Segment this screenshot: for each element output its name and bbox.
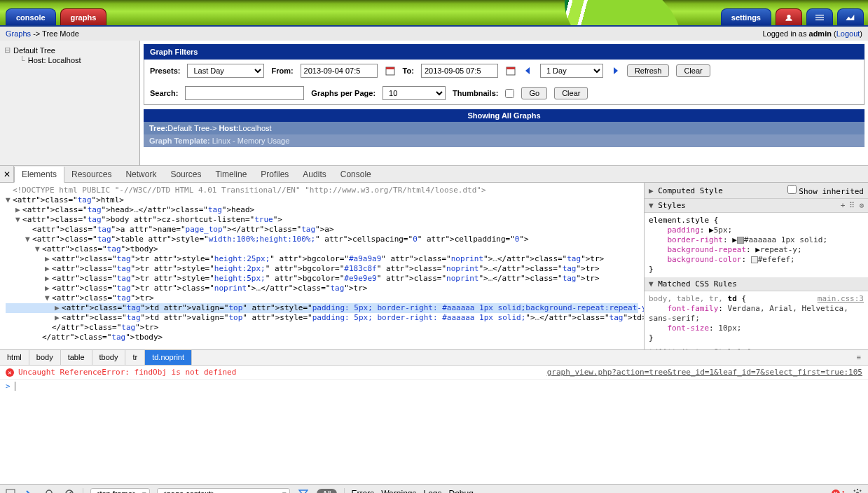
settings-gear-icon[interactable] <box>851 487 864 494</box>
dom-node[interactable]: ▼<attr">class="tag">tr> <box>6 293 638 303</box>
devtools-close-icon[interactable]: ✕ <box>0 166 14 182</box>
css-rule[interactable]: font-family: Verdana, Arial, Helvetica, … <box>649 304 864 324</box>
dom-node[interactable]: ▼<attr">class="tag">html> <box>6 195 638 205</box>
dom-node[interactable]: ▼<attr">class="tag">table attr">style="w… <box>6 235 638 244</box>
search-icon[interactable] <box>43 487 56 494</box>
tree-icon <box>783 13 794 22</box>
show-inherited-text: Show inherited <box>799 187 864 196</box>
view-tree-icon-tab[interactable] <box>776 8 802 25</box>
console-prompt[interactable]: > <box>0 379 868 484</box>
source-link[interactable]: main.css:3 <box>818 294 864 304</box>
clear2-button[interactable]: Clear <box>554 87 588 99</box>
devtools-tab-console[interactable]: Console <box>333 167 378 182</box>
dom-node[interactable]: ▶<attr">class="tag">td attr">valign="top… <box>6 303 638 313</box>
show-inherited-label[interactable]: Show inherited <box>787 185 864 196</box>
tab-settings[interactable]: settings <box>721 8 771 25</box>
tree-host[interactable]: └Host: Localhost <box>4 55 135 65</box>
crumb-tr[interactable]: tr <box>125 350 145 365</box>
styles-header[interactable]: ▼ Styles +⠿⚙ <box>645 199 868 213</box>
css-rule[interactable]: font-size: 10px; <box>649 324 864 333</box>
gpp-label: Graphs per Page: <box>311 89 376 97</box>
dom-node[interactable]: ▶<attr">class="tag">tr attr">style="heig… <box>6 254 638 264</box>
dom-node[interactable]: ▶<attr">class="tag">td attr">valign="top… <box>6 313 638 323</box>
devtools-tab-timeline[interactable]: Timeline <box>208 167 254 182</box>
tree-root[interactable]: ⊟Default Tree <box>4 45 135 55</box>
filter-warnings[interactable]: Warnings <box>381 489 416 494</box>
dom-node[interactable]: </attr">class="tag">tr> <box>6 323 638 333</box>
devtools-tab-audits[interactable]: Audits <box>296 167 333 182</box>
dock-icon[interactable] <box>4 487 17 494</box>
presets-label: Presets: <box>150 67 180 75</box>
computed-style-label: Computed Style <box>658 186 723 195</box>
new-rule-icon[interactable]: + <box>841 201 846 210</box>
thumbnails-checkbox[interactable] <box>505 89 514 98</box>
range-select[interactable]: 1 Day <box>540 64 603 78</box>
show-inherited-checkbox[interactable] <box>787 185 797 194</box>
filter-errors[interactable]: Errors <box>352 489 375 494</box>
tree-minus-icon: ⊟ <box>4 46 11 55</box>
css-rule[interactable]: background-color: #efefef; <box>649 255 864 265</box>
dom-node[interactable]: ▼<attr">class="tag">body attr">cz-shortc… <box>6 215 638 225</box>
crumb-menu-icon[interactable]: ≡ <box>850 350 868 365</box>
crumb-body[interactable]: body <box>29 350 61 365</box>
host-value: Localhost <box>238 124 271 132</box>
css-rule[interactable]: background-repeat: ▶repeat-y; <box>649 245 864 255</box>
devtools-tab-sources[interactable]: Sources <box>163 167 208 182</box>
context-select[interactable]: <page context> <box>157 488 290 494</box>
filters-row-1: Presets: Last Day From: To: 1 Day Refres… <box>144 60 864 82</box>
devtools-tab-profiles[interactable]: Profiles <box>254 167 296 182</box>
dom-node[interactable]: ▶<attr">class="tag">head>…</attr">class=… <box>6 205 638 215</box>
logout-link[interactable]: Logout <box>836 29 860 38</box>
css-rule[interactable]: border-right: ▶#aaaaaa 1px solid; <box>649 235 864 245</box>
toggle-state-icon[interactable]: ⠿ <box>849 201 855 210</box>
refresh-button[interactable]: Refresh <box>627 64 670 77</box>
filter-debug[interactable]: Debug <box>449 489 474 494</box>
crumb-td-noprint[interactable]: td.noprint <box>145 350 192 365</box>
block-icon[interactable] <box>63 487 76 494</box>
error-count[interactable]: ✕1 <box>832 489 846 494</box>
filter-icon[interactable] <box>297 487 310 494</box>
tab-graphs[interactable]: graphs <box>60 8 107 25</box>
console-source-link[interactable]: graph_view.php?action=tree&tree_id=1&lea… <box>547 368 862 377</box>
css-rule[interactable]: padding: ▶5px; <box>649 225 864 235</box>
go-button[interactable]: Go <box>521 87 547 99</box>
crumb-tbody[interactable]: tbody <box>92 350 126 365</box>
dom-tree[interactable]: <!DOCTYPE html PUBLIC "-//W3C//DTD HTML … <box>0 183 644 349</box>
view-list-icon-tab[interactable] <box>806 8 833 25</box>
gear-icon[interactable]: ⚙ <box>859 201 864 210</box>
breadcrumb-graphs[interactable]: Graphs <box>6 29 31 38</box>
computed-style-header[interactable]: ▶ Computed Style Show inherited <box>645 183 868 199</box>
devtools-bottom-bar: <top frame> <page context> All Errors Wa… <box>0 484 868 493</box>
crumb-table[interactable]: table <box>61 350 92 365</box>
calendar-icon[interactable] <box>505 65 516 76</box>
template-band: Graph Template: Linux - Memory Usage <box>144 134 864 147</box>
dom-node[interactable]: ▶<attr">class="tag">tr attr">style="heig… <box>6 264 638 274</box>
gpp-select[interactable]: 10 <box>383 86 446 100</box>
search-input[interactable] <box>185 86 304 100</box>
dom-node[interactable]: ▼<attr">class="tag">tbody> <box>6 244 638 254</box>
view-preview-icon-tab[interactable] <box>837 8 864 25</box>
show-console-icon[interactable] <box>24 487 36 494</box>
time-back-icon[interactable] <box>523 66 533 76</box>
right-tabs: settings <box>721 8 868 25</box>
tab-console[interactable]: console <box>6 8 56 25</box>
matched-rules-header[interactable]: ▼ Matched CSS Rules <box>645 277 868 291</box>
devtools-tab-resources[interactable]: Resources <box>64 167 118 182</box>
filter-logs[interactable]: Logs <box>423 489 441 494</box>
to-input[interactable] <box>421 64 498 78</box>
time-forward-icon[interactable] <box>610 66 620 76</box>
dom-node[interactable]: </attr">class="tag">tbody> <box>6 333 638 342</box>
dom-node[interactable]: ▶<attr">class="tag">tr attr">style="heig… <box>6 274 638 284</box>
calendar-icon[interactable] <box>385 65 396 76</box>
filter-all[interactable]: All <box>317 489 336 494</box>
clear-button[interactable]: Clear <box>676 64 710 77</box>
devtools-tab-network[interactable]: Network <box>118 167 163 182</box>
dom-node[interactable]: <attr">class="tag">a attr">name="page_to… <box>6 225 638 235</box>
presets-select[interactable]: Last Day <box>187 64 264 78</box>
crumb-html[interactable]: html <box>0 350 29 365</box>
devtools-tab-elements[interactable]: Elements <box>14 167 64 183</box>
dom-node[interactable]: ▶<attr">class="tag">tr attr">class="nopr… <box>6 284 638 293</box>
dom-node[interactable]: <!DOCTYPE html PUBLIC "-//W3C//DTD HTML … <box>6 186 638 195</box>
frame-select[interactable]: <top frame> <box>90 488 150 494</box>
from-input[interactable] <box>301 64 378 78</box>
